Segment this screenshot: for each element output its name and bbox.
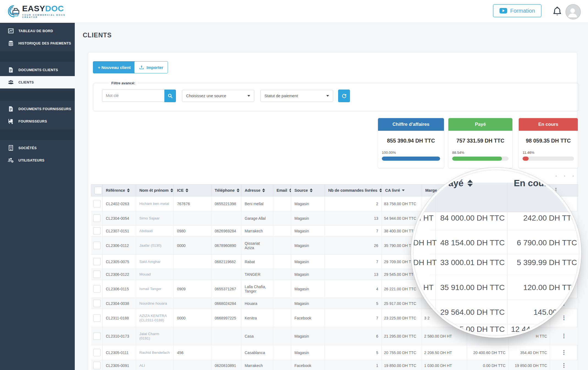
kebab-menu-icon[interactable]: ⋮ bbox=[561, 362, 567, 368]
row-checkbox[interactable] bbox=[93, 242, 101, 249]
chevron-down-icon bbox=[326, 95, 329, 97]
search-button[interactable] bbox=[164, 90, 176, 102]
keyword-input[interactable] bbox=[102, 90, 164, 102]
magnifier-lens: Payé En cours H HT 84 000.00 DH TTC 242.… bbox=[411, 168, 581, 338]
sidebar-item[interactable]: HISTORIQUE DES PAIEMENTS bbox=[0, 37, 75, 49]
cell-email bbox=[273, 345, 291, 360]
row-checkbox[interactable] bbox=[93, 314, 101, 322]
payment-status-select[interactable]: Statut de paiement bbox=[260, 90, 333, 102]
sidebar-item-label: SOCIÉTÉS bbox=[18, 146, 37, 150]
cell-email bbox=[273, 360, 291, 370]
source-select[interactable]: Choisissez une source bbox=[182, 90, 254, 102]
cell-address: Lalla Chafia, Tanger bbox=[241, 280, 273, 298]
cell-name[interactable]: Nourdine houara bbox=[136, 298, 174, 309]
stat-card: En cours 98 059.35 DH TTC 11.46% bbox=[518, 118, 578, 168]
select-all-checkbox[interactable] bbox=[95, 187, 102, 194]
user-avatar[interactable] bbox=[565, 4, 581, 20]
stat-card-title: En cours bbox=[519, 118, 578, 131]
sidebar-divider bbox=[0, 130, 75, 140]
youtube-play-icon bbox=[499, 8, 507, 13]
sort-icon bbox=[170, 188, 173, 192]
cell-phone: 0668997225 bbox=[211, 309, 241, 327]
row-checkbox[interactable] bbox=[93, 200, 101, 207]
cell-ice bbox=[174, 255, 211, 269]
row-checkbox[interactable] bbox=[93, 215, 101, 222]
column-header[interactable]: CA livré bbox=[382, 185, 422, 196]
row-checkbox[interactable] bbox=[93, 285, 101, 293]
import-button[interactable]: Importer bbox=[134, 61, 168, 73]
notifications-bell-icon[interactable] bbox=[552, 5, 563, 17]
cell-name[interactable]: Said Amghar bbox=[136, 255, 174, 269]
column-header[interactable]: Nom ét prénom bbox=[136, 185, 174, 196]
cell-ca-livre: 23 225.00 DH TTC bbox=[382, 309, 422, 327]
sidebar: TABLEAU DE BORD HISTORIQUE DES PAIEMENTS… bbox=[0, 23, 75, 370]
new-client-button[interactable]: + Nouveau client bbox=[93, 61, 136, 73]
column-header[interactable]: Adresse bbox=[241, 185, 273, 196]
sort-icon bbox=[379, 188, 382, 192]
cell-actions: ⋮ bbox=[550, 327, 578, 345]
cell-name[interactable]: ALI bbox=[136, 360, 174, 370]
sidebar-item-icon bbox=[8, 79, 14, 85]
formation-label: Formation bbox=[510, 8, 535, 14]
cell-name[interactable]: Abdlaati bbox=[136, 226, 174, 237]
column-header[interactable]: ICE bbox=[174, 185, 211, 196]
cell-name[interactable]: Mouad bbox=[136, 269, 174, 280]
row-checkbox[interactable] bbox=[93, 258, 101, 265]
sort-icon bbox=[237, 188, 239, 192]
cell-source: Magasin bbox=[291, 237, 325, 255]
cell-name[interactable]: Jaafar (0130) bbox=[136, 237, 174, 255]
kebab-menu-icon[interactable]: ⋮ bbox=[561, 349, 567, 355]
row-checkbox[interactable] bbox=[93, 362, 101, 369]
formation-button[interactable]: Formation bbox=[493, 4, 542, 17]
sidebar-item[interactable]: DOCUMENTS CLIENTS bbox=[0, 64, 75, 76]
column-header[interactable]: Email bbox=[273, 185, 291, 196]
column-header[interactable]: Référence bbox=[103, 185, 136, 196]
cell-name[interactable]: Ismail Tanger bbox=[136, 280, 174, 298]
kebab-menu-icon[interactable]: ⋮ bbox=[561, 333, 567, 339]
column-header[interactable]: Nb de commandes livrées bbox=[325, 185, 382, 196]
cell-reference: CL2305-0111 bbox=[103, 345, 136, 360]
sidebar-item-icon bbox=[8, 118, 14, 124]
row-checkbox[interactable] bbox=[93, 332, 101, 340]
cell-reference: CL2310-0173 bbox=[103, 327, 136, 345]
cell-name[interactable]: Rachid Bendefach bbox=[136, 345, 174, 360]
column-header[interactable]: Source bbox=[291, 185, 325, 196]
stat-card-value: 855 390.94 DH TTC bbox=[378, 138, 444, 144]
cell-source: Magasin bbox=[291, 327, 325, 345]
progress-track bbox=[523, 157, 574, 161]
row-checkbox[interactable] bbox=[93, 227, 101, 235]
cell-phone bbox=[211, 211, 241, 226]
sidebar-item[interactable]: CLIENTS bbox=[0, 76, 75, 88]
sidebar-item[interactable]: UTILISATEURS bbox=[0, 154, 75, 166]
cell-name[interactable]: Hicham ben melal bbox=[136, 196, 174, 211]
column-header[interactable]: Téléphone bbox=[211, 185, 241, 196]
cell-ice: 0980 bbox=[174, 226, 211, 237]
sidebar-item[interactable]: TABLEAU DE BORD bbox=[0, 25, 75, 37]
cell-orders: 4 bbox=[325, 280, 382, 298]
cell-name[interactable]: Simo Sajaar bbox=[136, 211, 174, 226]
app-logo[interactable]: EASYDOC YOUR COMMERCIAL DOCS CREATOR bbox=[7, 2, 75, 20]
cell-ice bbox=[174, 327, 211, 345]
lens-row: HT 35 910.00 DH TTC 120.00 DH TTC bbox=[413, 283, 579, 295]
cell-name[interactable]: AZIZA KENITRA (CL2311-0188) bbox=[136, 309, 174, 327]
lens-marge-fragment: DH HT bbox=[413, 238, 434, 247]
select-all-header[interactable] bbox=[91, 185, 103, 196]
cell-phone bbox=[211, 327, 241, 345]
row-checkbox[interactable] bbox=[93, 349, 101, 356]
lens-encours-value: 242.00 DH TTC bbox=[509, 214, 577, 222]
cell-ice: 767676 bbox=[174, 196, 211, 211]
cell-name[interactable]: Jalal Charm (0191) bbox=[136, 327, 174, 345]
row-checkbox[interactable] bbox=[93, 300, 101, 307]
cell-source: Magasin bbox=[291, 298, 325, 309]
row-checkbox[interactable] bbox=[93, 271, 101, 278]
sidebar-item[interactable]: SOCIÉTÉS bbox=[0, 142, 75, 154]
refresh-button[interactable] bbox=[338, 90, 350, 102]
cell-actions: ⋮ bbox=[550, 345, 578, 360]
sidebar-item[interactable]: DOCUMENTS FOURNISSEURS bbox=[0, 103, 75, 115]
cell-reference: CL2311-0188 bbox=[103, 309, 136, 327]
progress-fill bbox=[523, 157, 529, 161]
kebab-menu-icon[interactable]: ⋮ bbox=[561, 315, 567, 321]
lens-row: H HT 84 000.00 DH TTC 242.00 DH TTC bbox=[413, 214, 579, 226]
sidebar-item[interactable]: FOURNISSEURS bbox=[0, 115, 75, 127]
cell-reference: CL2304-0038 bbox=[103, 298, 136, 309]
